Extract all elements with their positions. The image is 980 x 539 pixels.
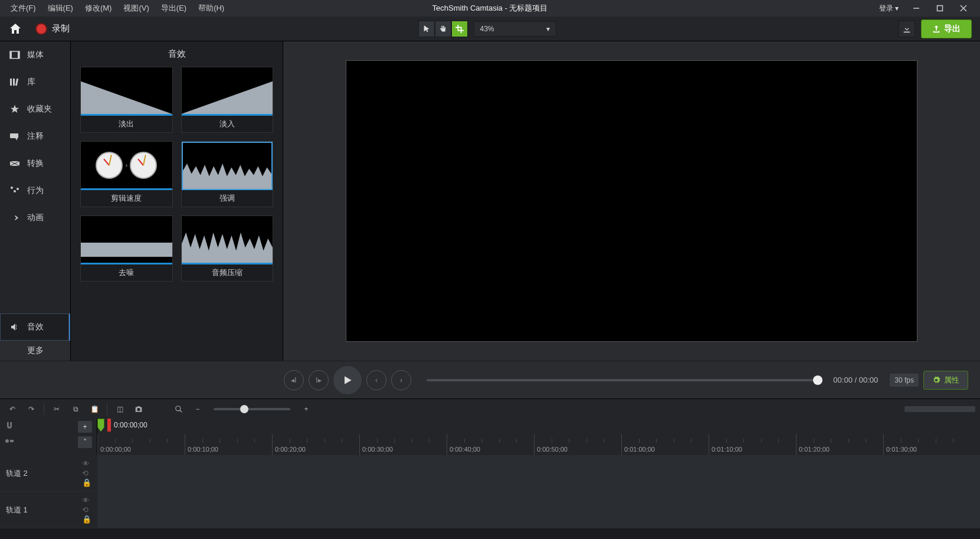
animation-icon bbox=[9, 213, 20, 223]
track-row: 轨道 1 👁 ⟲ 🔒 bbox=[0, 492, 980, 528]
svg-point-12 bbox=[11, 187, 13, 189]
prev-frame-button[interactable]: ◂Ⅰ bbox=[284, 370, 304, 390]
record-button[interactable]: 录制 bbox=[30, 21, 76, 37]
gear-icon bbox=[932, 376, 940, 384]
sidebar-item-favorites[interactable]: 收藏夹 bbox=[0, 96, 70, 123]
redo-button[interactable]: ↷ bbox=[24, 401, 39, 417]
next-frame-button[interactable]: Ⅰ▸ bbox=[309, 370, 329, 390]
ruler-tick: 0:00:20;00 bbox=[272, 434, 306, 455]
canvas-zoom-select[interactable]: 43% ▾ bbox=[474, 21, 556, 37]
zoom-out-button[interactable]: − bbox=[190, 401, 205, 417]
sidebar-item-media[interactable]: 媒体 bbox=[0, 41, 70, 68]
main-toolbar: 录制 43% ▾ 导出 bbox=[0, 17, 980, 41]
lock-icon[interactable]: 🔒 bbox=[82, 515, 91, 524]
sidebar-item-annotations[interactable]: 注释 bbox=[0, 123, 70, 150]
timeline-scrollbar[interactable] bbox=[0, 528, 980, 539]
sidebar-item-audio-effects[interactable]: 音效 bbox=[0, 313, 70, 341]
effect-audio-compression[interactable]: 音频压缩 bbox=[181, 215, 274, 282]
preview-canvas[interactable] bbox=[346, 60, 917, 341]
collapse-tracks-button[interactable]: ˅ bbox=[78, 436, 92, 448]
timeline-ruler[interactable]: 0:00:00;000:00:10;000:00:20;000:00:30;00… bbox=[97, 434, 980, 455]
magnet-icon[interactable] bbox=[5, 421, 14, 430]
playhead-marker[interactable] bbox=[97, 419, 104, 432]
sidebar: 媒体 库 收藏夹 注释 转换 行为 动画 音效 更 bbox=[0, 41, 71, 361]
scrub-bar[interactable] bbox=[427, 379, 818, 381]
transition-icon bbox=[9, 158, 20, 169]
effect-emphasize[interactable]: 强调 bbox=[181, 141, 274, 207]
sidebar-more[interactable]: 更多 bbox=[0, 341, 70, 361]
effect-clip-speed[interactable]: › 剪辑速度 bbox=[80, 141, 173, 207]
svg-rect-9 bbox=[15, 79, 18, 86]
svg-point-13 bbox=[14, 190, 16, 192]
ruler-tick: 0:00:10;00 bbox=[185, 434, 218, 455]
track-lane[interactable] bbox=[97, 455, 980, 491]
copy-button[interactable]: ⧉ bbox=[68, 401, 83, 417]
timeline: + 0:00:00;00 ˅ 0:00:00;000:00:10;000:00:… bbox=[0, 419, 980, 539]
paste-button[interactable]: 📋 bbox=[87, 401, 102, 417]
sidebar-item-transitions[interactable]: 转换 bbox=[0, 150, 70, 177]
cut-button[interactable]: ✂ bbox=[49, 401, 64, 417]
crop-tool[interactable] bbox=[451, 21, 468, 37]
add-track-button[interactable]: + bbox=[78, 421, 92, 433]
marker-list-icon[interactable] bbox=[5, 436, 14, 446]
link-icon[interactable]: ⟲ bbox=[82, 469, 91, 478]
sidebar-label: 库 bbox=[27, 77, 35, 87]
eye-icon[interactable]: 👁 bbox=[82, 496, 91, 505]
effects-panel: 音效 淡出 淡入 › 剪辑速度 强调 去噪 bbox=[71, 41, 283, 361]
cursor-tool[interactable] bbox=[418, 21, 435, 37]
menu-export[interactable]: 导出(E) bbox=[155, 1, 192, 16]
minimize-button[interactable] bbox=[904, 0, 928, 17]
effect-label: 淡出 bbox=[81, 116, 172, 132]
annotation-icon bbox=[9, 131, 20, 142]
play-button[interactable] bbox=[333, 366, 362, 394]
effect-label: 音频压缩 bbox=[182, 264, 273, 281]
zoom-handle[interactable] bbox=[240, 405, 248, 413]
playhead[interactable]: 0:00:00;00 bbox=[97, 419, 148, 432]
login-button[interactable]: 登录 ▾ bbox=[873, 1, 904, 16]
effect-thumbnail bbox=[182, 67, 273, 116]
track-header[interactable]: 轨道 2 👁 ⟲ 🔒 bbox=[0, 455, 97, 491]
playback-time: 00:00 / 00:00 bbox=[833, 375, 878, 384]
fps-selector[interactable]: 30 fps bbox=[890, 374, 919, 387]
menu-modify[interactable]: 修改(M) bbox=[79, 1, 118, 16]
ruler-tick: 0:00:30;00 bbox=[359, 434, 393, 455]
track-header[interactable]: 轨道 1 👁 ⟲ 🔒 bbox=[0, 492, 97, 528]
sidebar-item-animations[interactable]: 动画 bbox=[0, 204, 70, 231]
menu-view[interactable]: 视图(V) bbox=[117, 1, 155, 16]
undo-button[interactable]: ↶ bbox=[5, 401, 20, 417]
download-button[interactable] bbox=[899, 21, 915, 37]
split-button[interactable]: ◫ bbox=[112, 401, 127, 417]
sidebar-label: 动画 bbox=[27, 213, 44, 223]
home-button[interactable] bbox=[8, 22, 22, 36]
maximize-button[interactable] bbox=[928, 0, 952, 17]
lock-icon[interactable]: 🔒 bbox=[82, 478, 91, 487]
menu-file[interactable]: 文件(F) bbox=[5, 1, 42, 16]
step-back-button[interactable]: ‹ bbox=[366, 370, 386, 390]
scrub-handle[interactable] bbox=[813, 375, 822, 385]
link-icon[interactable]: ⟲ bbox=[82, 505, 91, 514]
track-name: 轨道 2 bbox=[6, 468, 28, 479]
zoom-in-button[interactable]: + bbox=[299, 401, 314, 417]
playhead-time: 0:00:00;00 bbox=[114, 421, 148, 429]
effect-fade-out[interactable]: 淡出 bbox=[80, 67, 173, 133]
snapshot-button[interactable] bbox=[131, 401, 146, 417]
hand-tool[interactable] bbox=[435, 21, 451, 37]
close-button[interactable] bbox=[952, 0, 975, 17]
menu-edit[interactable]: 编辑(E) bbox=[42, 1, 79, 16]
menu-help[interactable]: 帮助(H) bbox=[192, 1, 230, 16]
eye-icon[interactable]: 👁 bbox=[82, 459, 91, 468]
step-forward-button[interactable]: › bbox=[391, 370, 411, 390]
track-lane[interactable] bbox=[97, 492, 980, 528]
properties-button[interactable]: 属性 bbox=[923, 371, 968, 390]
zoom-search-icon bbox=[171, 401, 186, 417]
ruler-tick: 0:00:50;00 bbox=[534, 434, 568, 455]
effect-fade-in[interactable]: 淡入 bbox=[181, 67, 274, 133]
effect-noise-removal[interactable]: 去噪 bbox=[80, 215, 173, 282]
svg-rect-10 bbox=[10, 133, 18, 138]
export-button[interactable]: 导出 bbox=[921, 19, 972, 38]
timeline-zoom-slider[interactable] bbox=[214, 408, 290, 410]
sidebar-item-library[interactable]: 库 bbox=[0, 68, 70, 96]
timeline-overview[interactable] bbox=[904, 406, 975, 412]
sidebar-item-behaviors[interactable]: 行为 bbox=[0, 177, 70, 204]
ruler-tick: 0:00:00;00 bbox=[97, 434, 131, 455]
